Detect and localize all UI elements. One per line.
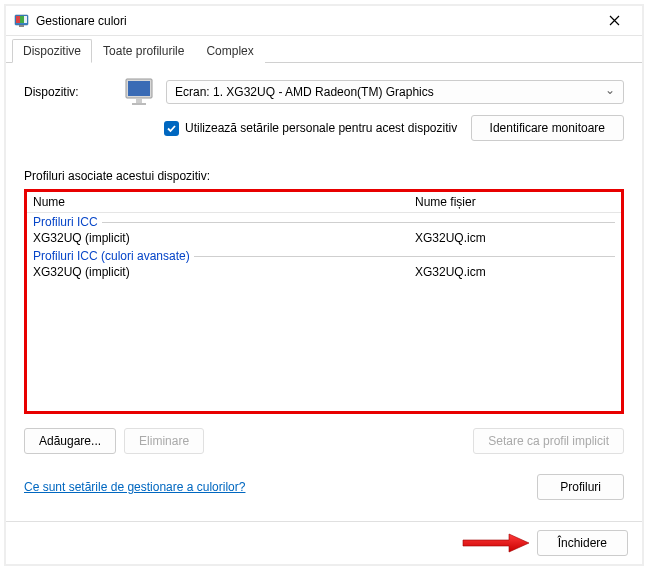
titlebar: Gestionare culori	[6, 6, 642, 36]
svg-rect-3	[20, 16, 24, 23]
tab-devices[interactable]: Dispozitive	[12, 39, 92, 63]
svg-rect-6	[128, 81, 150, 96]
profiles-button[interactable]: Profiluri	[537, 474, 624, 500]
window-title: Gestionare culori	[36, 14, 594, 28]
use-personal-settings-label: Utilizează setările personale pentru ace…	[185, 121, 457, 135]
column-file[interactable]: Nume fișier	[415, 195, 615, 209]
color-management-window: Gestionare culori Dispozitive Toate prof…	[6, 6, 642, 564]
profiles-header: Nume Nume fișier	[27, 192, 621, 213]
remove-button: Eliminare	[124, 428, 204, 454]
tab-advanced[interactable]: Complex	[195, 39, 264, 63]
close-button[interactable]: Închidere	[537, 530, 628, 556]
table-row[interactable]: XG32UQ (implicit) XG32UQ.icm	[27, 229, 621, 247]
app-icon	[14, 13, 30, 29]
svg-rect-7	[136, 99, 142, 103]
tabs: Dispozitive Toate profilurile Complex	[6, 36, 642, 63]
table-row[interactable]: XG32UQ (implicit) XG32UQ.icm	[27, 263, 621, 281]
group-icc-advanced: Profiluri ICC (culori avansate)	[27, 247, 621, 263]
use-personal-settings-checkbox[interactable]	[164, 121, 179, 136]
profiles-associated-label: Profiluri asociate acestui dispozitiv:	[24, 169, 624, 183]
footer: Închidere	[6, 521, 642, 564]
close-icon[interactable]	[594, 7, 634, 35]
tab-all-profiles[interactable]: Toate profilurile	[92, 39, 195, 63]
monitor-icon	[124, 77, 156, 107]
svg-rect-4	[19, 25, 24, 27]
column-name[interactable]: Nume	[33, 195, 415, 209]
device-label: Dispozitiv:	[24, 85, 114, 99]
identify-monitors-button[interactable]: Identificare monitoare	[471, 115, 624, 141]
help-link[interactable]: Ce sunt setările de gestionare a culoril…	[24, 480, 245, 494]
group-icc: Profiluri ICC	[27, 213, 621, 229]
svg-rect-8	[132, 103, 146, 105]
profiles-list: Nume Nume fișier Profiluri ICC XG32UQ (i…	[24, 189, 624, 414]
svg-rect-2	[16, 16, 20, 23]
arrow-annotation-icon	[461, 533, 531, 553]
device-select[interactable]: Ecran: 1. XG32UQ - AMD Radeon(TM) Graphi…	[166, 80, 624, 104]
add-button[interactable]: Adăugare...	[24, 428, 116, 454]
set-default-button: Setare ca profil implicit	[473, 428, 624, 454]
